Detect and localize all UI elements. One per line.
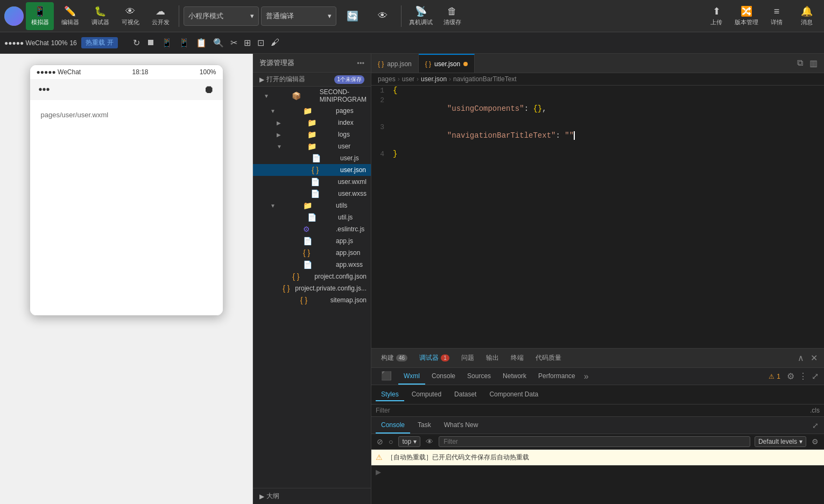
devtools-tab-debugger[interactable]: 调试器 1 <box>414 351 455 365</box>
toolbar-btn-eye[interactable]: 👁 <box>369 2 397 30</box>
tree-item-sitemap[interactable]: { } sitemap.json <box>253 294 371 306</box>
tree-item-utils[interactable]: ▼ 📁 utils <box>253 200 371 211</box>
console-tab-console[interactable]: Console <box>376 417 410 434</box>
toolbar-btn-message[interactable]: 🔔 消息 <box>794 5 820 26</box>
breadcrumb-user[interactable]: user <box>402 75 414 83</box>
console-levels-dropdown[interactable]: Default levels ▾ <box>755 436 806 447</box>
tree-item-user-json[interactable]: { } user.json <box>253 164 371 176</box>
devtools-panel: 构建 46 调试器 1 问题 输出 终端 <box>371 348 824 504</box>
hotreload-button[interactable]: 热重载 开 <box>81 37 118 48</box>
tree-item-logs[interactable]: ▶ 📁 logs <box>253 129 371 140</box>
toolbar-btn-upload[interactable]: ⬆ 上传 <box>703 5 729 26</box>
console-settings-icon-2[interactable]: ⚙ <box>811 436 820 447</box>
console-tab-whatsnew[interactable]: What's New <box>439 417 484 434</box>
tree-item-util-js[interactable]: 📄 util.js <box>253 211 371 223</box>
expand-icon[interactable]: ⤢ <box>811 370 820 382</box>
settings-icon[interactable]: ⚙ <box>786 370 795 382</box>
copy-icon[interactable]: 📋 <box>194 36 209 50</box>
inspector-tab-styles[interactable]: Styles <box>376 388 404 401</box>
console-expand-icon[interactable]: ⤢ <box>811 420 820 431</box>
tab-app-json[interactable]: { } app.json <box>371 54 419 73</box>
console-eye-icon[interactable]: 👁 <box>425 436 434 447</box>
devtab-performance[interactable]: Performance <box>533 368 581 385</box>
devtools-tab-codequality[interactable]: 代码质量 <box>530 351 567 365</box>
toolbar-btn-simulator[interactable]: 📱 模拟器 <box>26 2 54 30</box>
devtools-tab-terminal[interactable]: 终端 <box>505 351 529 365</box>
filter-input[interactable] <box>376 407 806 414</box>
toolbar-btn-cloud[interactable]: ☁ 云开发 <box>146 2 174 30</box>
console-circle-icon[interactable]: ○ <box>388 436 394 447</box>
tree-item-app-js[interactable]: 📄 app.js <box>253 235 371 247</box>
layout-split-icon[interactable]: ▥ <box>807 56 820 70</box>
inspector-tab-componentdata[interactable]: Component Data <box>484 388 544 401</box>
tab-user-json[interactable]: { } user.json <box>419 54 475 73</box>
tree-item-app-json[interactable]: { } app.json <box>253 247 371 259</box>
more-icon[interactable]: ••• <box>357 59 364 67</box>
console-message: ⚠ ［自动热重载］已开启代码文件保存后自动热重载 <box>371 450 824 466</box>
toolbar-btn-versionmgr[interactable]: 🔀 版本管理 <box>734 5 759 26</box>
toolbar-btn-debugger[interactable]: 🐛 调试器 <box>86 2 114 30</box>
console-top-dropdown[interactable]: top ▾ <box>398 436 420 447</box>
arrow-right-icon: ▶ <box>259 76 264 83</box>
breadcrumb-file[interactable]: user.json <box>421 75 447 83</box>
breadcrumb-pages[interactable]: pages <box>378 75 396 83</box>
inspector-tab-computed[interactable]: Computed <box>406 388 447 401</box>
devtab-more[interactable]: » <box>582 370 591 384</box>
folder-icon: 📁 <box>303 107 334 115</box>
console-message-text: ［自动热重载］已开启代码文件保存后自动热重载 <box>387 453 820 462</box>
collapse-icon[interactable]: ∧ <box>795 351 806 365</box>
toolbar-btn-visual[interactable]: 👁 可视化 <box>116 2 144 30</box>
code-editor[interactable]: 1 { 2 "usingComponents": {}, 3 "navigati… <box>371 86 824 348</box>
toolbar-btn-realdevice[interactable]: 📡 真机调试 <box>406 2 436 30</box>
tree-item-projectprivate[interactable]: { } project.private.config.js... <box>253 282 371 294</box>
console-filter-input[interactable] <box>439 436 750 447</box>
tree-item-pages[interactable]: ▼ 📁 pages <box>253 105 371 117</box>
tree-item-root[interactable]: ▼ 📦 SECOND-MINIPROGRAM <box>253 87 371 105</box>
devtab-sources[interactable]: Sources <box>462 368 496 385</box>
tree-item-user-wxss[interactable]: 📄 user.wxss <box>253 188 371 200</box>
toolbar-divider-1 <box>179 5 179 27</box>
miniprogram-mode-dropdown[interactable]: 小程序模式 ▾ <box>184 6 259 26</box>
grid-icon[interactable]: ⊡ <box>255 36 266 50</box>
open-files-toggle[interactable]: ▶ 打开的编辑器 <box>259 75 305 84</box>
layout-icon[interactable]: ⊞ <box>242 36 253 50</box>
tree-item-eslintrc[interactable]: ⚙ .eslintrc.js <box>253 223 371 235</box>
kebab-icon[interactable]: ⋮ <box>798 370 808 382</box>
toolbar-btn-refresh[interactable]: 🔄 <box>339 2 367 30</box>
toolbar-btn-clearcache[interactable]: 🗑 清缓存 <box>438 2 466 30</box>
tree-item-projectconfig[interactable]: { } project.config.json <box>253 271 371 282</box>
search-icon[interactable]: 🔍 <box>211 36 226 50</box>
toolbar-btn-editor[interactable]: ✏️ 编辑器 <box>56 2 84 30</box>
devtab-network[interactable]: Network <box>497 368 532 385</box>
devtab-pointer-icon[interactable]: ⬛ <box>376 368 397 385</box>
compile-mode-dropdown[interactable]: 普通编译 ▾ <box>261 6 336 26</box>
devtools-tab-build[interactable]: 构建 46 <box>376 351 413 365</box>
tree-item-user-js[interactable]: 📄 user.js <box>253 152 371 164</box>
breadcrumb-key[interactable]: navigationBarTitleText <box>453 75 517 83</box>
console-expand-arrow[interactable]: ▶ <box>371 466 824 478</box>
console-ban-icon[interactable]: ⊘ <box>376 436 384 447</box>
devtab-wxml[interactable]: Wxml <box>398 368 425 385</box>
brush-icon[interactable]: 🖌 <box>269 36 281 50</box>
inspector-tab-dataset[interactable]: Dataset <box>449 388 482 401</box>
refresh-icon: 🔄 <box>347 10 358 22</box>
tree-item-user-wxml[interactable]: 📄 user.wxml <box>253 176 371 188</box>
toolbar-btn-details[interactable]: ≡ 详情 <box>764 6 790 26</box>
stop-icon[interactable]: ⏹ <box>144 36 157 50</box>
tablet-icon[interactable]: 📱 <box>177 36 192 50</box>
phone-icon[interactable]: 📱 <box>159 36 174 50</box>
cut-icon[interactable]: ✂ <box>228 36 240 50</box>
devtools-tab-output[interactable]: 输出 <box>481 351 504 365</box>
js-file-icon-2: 📄 <box>307 213 336 222</box>
file-tree-content: ▼ 📦 SECOND-MINIPROGRAM ▼ 📁 pages ▶ 📁 ind… <box>253 87 371 488</box>
tree-item-app-wxss[interactable]: 📄 app.wxss <box>253 259 371 271</box>
split-editor-icon[interactable]: ⧉ <box>795 56 805 70</box>
tree-item-user[interactable]: ▼ 📁 user <box>253 140 371 152</box>
close-icon[interactable]: ✕ <box>808 351 820 365</box>
devtools-tab-issues[interactable]: 问题 <box>456 351 480 365</box>
console-tab-task[interactable]: Task <box>412 417 436 434</box>
file-tree-footer[interactable]: ▶ 大纲 <box>253 488 371 504</box>
refresh-icon-2[interactable]: ↻ <box>131 36 142 50</box>
tree-item-index[interactable]: ▶ 📁 index <box>253 117 371 129</box>
devtab-console[interactable]: Console <box>426 368 461 385</box>
